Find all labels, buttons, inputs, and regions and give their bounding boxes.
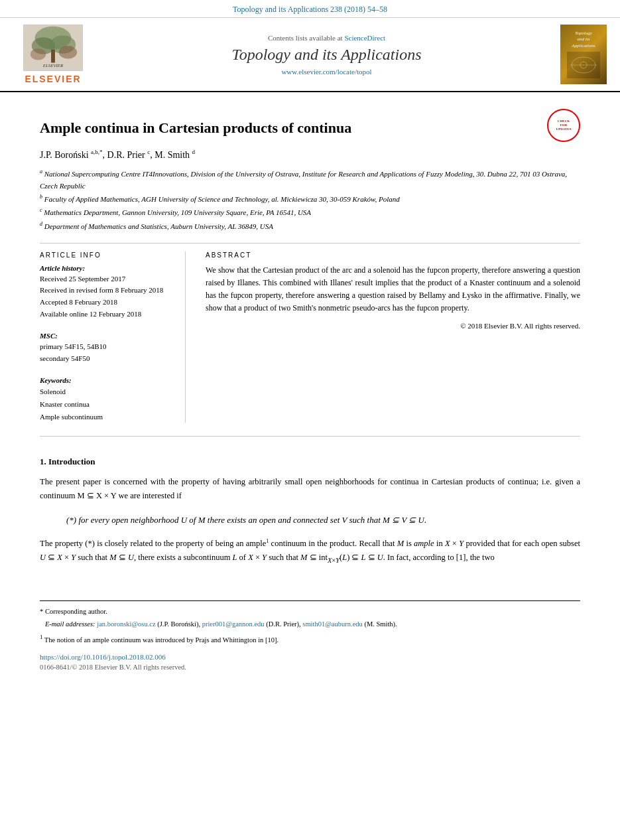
msc-primary: primary 54F15, 54B10 bbox=[40, 341, 172, 353]
citation-link[interactable]: Topology and its Applications 238 (2018)… bbox=[233, 5, 387, 14]
keyword-3: Ample subcontinuum bbox=[40, 411, 172, 423]
available-date: Available online 12 February 2018 bbox=[40, 309, 172, 320]
msc-secondary: secondary 54F50 bbox=[40, 353, 172, 365]
keyword-2: Knaster continua bbox=[40, 398, 172, 411]
email-boronski[interactable]: jan.boronski@osu.cz bbox=[97, 620, 155, 628]
email-smith[interactable]: smith01@auburn.edu bbox=[302, 620, 362, 628]
accepted-date: Accepted 8 February 2018 bbox=[40, 297, 172, 309]
footnote-emails: E-mail addresses: jan.boronski@osu.cz (J… bbox=[40, 619, 580, 630]
email-prier[interactable]: prier001@gannon.edu bbox=[202, 620, 265, 628]
journal-header: ELSEVIER ELSEVIER Contents lists availab… bbox=[0, 18, 620, 92]
affiliation-a: a National Supercomputing Centre IT4Inno… bbox=[40, 168, 580, 192]
elsevier-wordmark: ELSEVIER bbox=[25, 74, 81, 84]
keyword-1: Solenoid bbox=[40, 385, 172, 398]
doi-link[interactable]: https://doi.org/10.1016/j.topol.2018.02.… bbox=[40, 653, 166, 661]
article-columns: ARTICLE INFO Article history: Received 2… bbox=[40, 251, 580, 423]
elsevier-tree-image: ELSEVIER bbox=[23, 25, 83, 71]
citation-bar: Topology and its Applications 238 (2018)… bbox=[0, 0, 620, 18]
affiliations-block: a National Supercomputing Centre IT4Inno… bbox=[40, 168, 580, 232]
footnote-star: * Corresponding author. bbox=[40, 606, 580, 618]
authors-line: J.P. Boroński a,b,*, D.R. Prier c, M. Sm… bbox=[40, 149, 580, 161]
keywords-label: Keywords: bbox=[40, 376, 172, 384]
intro-para-2: The property (*) is closely related to t… bbox=[40, 537, 580, 565]
journal-title: Topology and its Applications bbox=[106, 46, 547, 64]
journal-cover-image: Topologyand itsApplications bbox=[560, 25, 607, 84]
abstract-column: ABSTRACT We show that the Cartesian prod… bbox=[206, 251, 580, 423]
introduction-title: 1. Introduction bbox=[40, 456, 580, 467]
article-info-heading: ARTICLE INFO bbox=[40, 251, 172, 259]
footnotes-area: * Corresponding author. E-mail addresses… bbox=[40, 600, 580, 646]
article-history-label: Article history: bbox=[40, 264, 172, 272]
revised-date: Received in revised form 8 February 2018 bbox=[40, 285, 172, 297]
footnote-1: 1 The notion of an ample continuum was i… bbox=[40, 632, 580, 646]
abstract-text: We show that the Cartesian product of th… bbox=[206, 264, 580, 315]
svg-rect-4 bbox=[51, 50, 55, 63]
main-body: 1. Introduction The present paper is con… bbox=[0, 437, 620, 587]
svg-point-6 bbox=[59, 46, 77, 59]
paper-body: CHECKFORUPDATES Ample continua in Cartes… bbox=[0, 92, 620, 436]
header-divider bbox=[40, 243, 580, 244]
starred-condition: (*) for every open neighborhood U of M t… bbox=[66, 512, 580, 527]
svg-point-5 bbox=[31, 48, 46, 60]
contents-list-line: Contents lists available at ScienceDirec… bbox=[106, 34, 547, 42]
check-badge-icon: CHECKFORUPDATES bbox=[547, 109, 580, 142]
abstract-heading: ABSTRACT bbox=[206, 251, 580, 259]
msc-label: MSC: bbox=[40, 332, 172, 340]
article-info-column: ARTICLE INFO Article history: Received 2… bbox=[40, 251, 186, 423]
journal-center-info: Contents lists available at ScienceDirec… bbox=[93, 34, 560, 76]
check-updates-badge[interactable]: CHECKFORUPDATES bbox=[547, 109, 580, 142]
cover-title-text: Topologyand itsApplications bbox=[572, 31, 595, 48]
abstract-copyright: © 2018 Elsevier B.V. All rights reserved… bbox=[206, 322, 580, 330]
svg-text:ELSEVIER: ELSEVIER bbox=[42, 63, 64, 68]
affiliation-b: b Faculty of Applied Mathematics, AGH Un… bbox=[40, 193, 580, 205]
elsevier-logo: ELSEVIER ELSEVIER bbox=[13, 25, 93, 84]
science-direct-link[interactable]: ScienceDirect bbox=[344, 34, 385, 42]
doi-line[interactable]: https://doi.org/10.1016/j.topol.2018.02.… bbox=[0, 648, 620, 664]
affiliation-d: d Department of Mathematics and Statisti… bbox=[40, 220, 580, 232]
affiliation-c: c Mathematics Department, Gannon Univers… bbox=[40, 206, 580, 218]
paper-title: Ample continua in Cartesian products of … bbox=[40, 119, 580, 138]
footer-copyright: 0166-8641/© 2018 Elsevier B.V. All right… bbox=[0, 664, 620, 677]
journal-url: www.elsevier.com/locate/topol bbox=[106, 68, 547, 76]
received-date: Received 25 September 2017 bbox=[40, 273, 172, 285]
intro-para-1: The present paper is concerned with the … bbox=[40, 475, 580, 502]
